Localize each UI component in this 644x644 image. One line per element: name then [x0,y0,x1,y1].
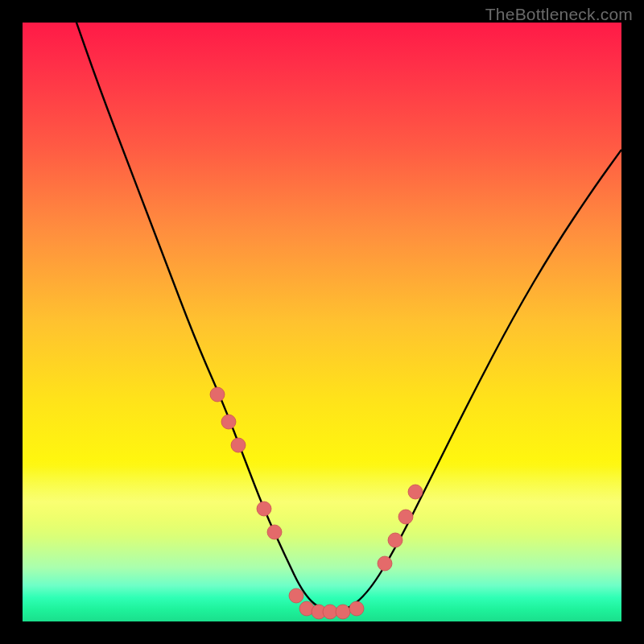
curve-marker [323,605,337,619]
curve-marker [221,415,236,429]
curve-marker [349,601,364,616]
curve-marker [378,556,392,571]
watermark-text: TheBottleneck.com [485,5,633,24]
curve-svg [23,23,621,621]
curve-marker [231,438,246,452]
curve-marker [398,510,413,524]
curve-marker [388,533,402,547]
curve-marker [408,485,423,499]
curve-marker [267,525,282,539]
outer-frame: TheBottleneck.com [0,0,644,644]
curve-markers [210,387,423,619]
curve-marker [289,588,303,603]
plot-area [23,23,621,621]
curve-marker [257,502,271,516]
bottleneck-curve [71,23,621,612]
curve-marker [336,605,350,619]
curve-marker [210,387,225,402]
